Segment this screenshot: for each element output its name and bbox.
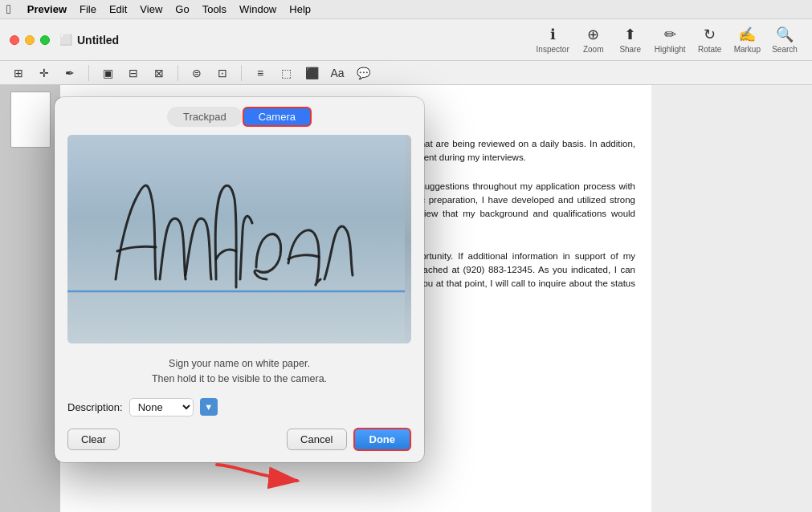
page-view[interactable]: ▣ [97, 64, 118, 82]
highlight-label: Highlight [655, 45, 686, 54]
font-tool[interactable]: Aa [327, 64, 348, 82]
menu-window[interactable]: Window [239, 3, 276, 15]
tab-camera[interactable]: Camera [243, 107, 312, 127]
border-tool[interactable]: ⬚ [275, 64, 296, 82]
rotate-icon: ↻ [704, 26, 716, 43]
description-label: Description: [67, 401, 123, 413]
search-button[interactable]: 🔍 Search [767, 24, 802, 55]
menu-go[interactable]: Go [175, 3, 189, 15]
camera-preview [67, 135, 411, 343]
close-button[interactable] [10, 35, 19, 45]
markup-label: Markup [734, 45, 761, 54]
search-icon: 🔍 [776, 26, 794, 43]
markup-icon: ✍ [738, 26, 756, 43]
rotate-button[interactable]: ↻ Rotate [692, 24, 728, 55]
separator1 [88, 65, 89, 81]
grid-view[interactable]: ⊠ [149, 64, 169, 82]
done-button[interactable]: Done [353, 428, 412, 451]
separator2 [177, 65, 178, 81]
description-row: Description: None ▼ [55, 395, 424, 423]
menu-help[interactable]: Help [289, 3, 311, 15]
cancel-button[interactable]: Cancel [287, 429, 346, 450]
share-label: Share [619, 45, 641, 54]
share-icon: ⬆ [624, 26, 636, 43]
inspector-button[interactable]: ℹ Inspector [532, 24, 574, 55]
minimize-button[interactable] [25, 35, 35, 45]
dialog-tabs: Trackpad Camera [55, 97, 424, 127]
menu-tools[interactable]: Tools [202, 3, 226, 15]
zoom-icon: ⊕ [587, 26, 599, 43]
adjust-tool[interactable]: ⊜ [186, 64, 207, 82]
traffic-lights [10, 35, 50, 45]
app-name[interactable]: Preview [27, 3, 67, 15]
instruction-line1: Sign your name on white paper. [67, 356, 411, 372]
markup-button[interactable]: ✍ Markup [729, 24, 765, 55]
signature-dialog: Trackpad Camera [55, 97, 424, 462]
inspector-label: Inspector [537, 45, 569, 54]
sidebar-toggle[interactable]: ⊟ [123, 64, 144, 82]
select-arrow-button[interactable]: ▼ [200, 398, 218, 416]
clear-button[interactable]: Clear [67, 429, 120, 450]
highlight-button[interactable]: ✏ Highlight [650, 24, 691, 55]
inspector-icon: ℹ [550, 26, 556, 43]
zoom-button[interactable]: ⊕ Zoom [576, 24, 611, 55]
menubar:  Preview File Edit View Go Tools Window… [0, 0, 812, 19]
menu-file[interactable]: File [80, 3, 96, 15]
menu-edit[interactable]: Edit [109, 3, 127, 15]
description-select[interactable]: None [129, 398, 194, 417]
titlebar: ⬜ Untitled ℹ Inspector ⊕ Zoom ⬆ Share ✏ … [0, 19, 812, 61]
main-content: U LETTER at the Marshall& Ilsley office … [0, 85, 812, 512]
pen-tool[interactable]: ✒ [59, 64, 80, 82]
document-title: Untitled [77, 34, 119, 47]
text-tool[interactable]: 💬 [353, 64, 373, 82]
select-tool[interactable]: ✛ [34, 64, 55, 82]
share-button[interactable]: ⬆ Share [613, 24, 648, 55]
toolbar2: ⊞ ✛ ✒ ▣ ⊟ ⊠ ⊜ ⊡ ≡ ⬚ ⬛ Aa 💬 [0, 61, 812, 85]
crop-tool[interactable]: ⊡ [212, 64, 233, 82]
maximize-button[interactable] [40, 35, 50, 45]
view-toggle[interactable]: ⊞ [8, 64, 29, 82]
instruction-line2: Then hold it to be visible to the camera… [67, 372, 411, 387]
rotate-label: Rotate [698, 45, 721, 54]
menu-view[interactable]: View [140, 3, 162, 15]
apple-menu[interactable]:  [6, 2, 11, 17]
tab-trackpad[interactable]: Trackpad [167, 107, 243, 127]
search-label: Search [772, 45, 798, 54]
zoom-label: Zoom [583, 45, 604, 54]
align-tool[interactable]: ≡ [250, 64, 271, 82]
dialog-buttons: Clear Cancel Done [55, 423, 424, 462]
signature-svg [67, 135, 405, 343]
color-tool[interactable]: ⬛ [301, 64, 322, 82]
instructions: Sign your name on white paper. Then hold… [55, 351, 424, 395]
dialog-overlay: Trackpad Camera [0, 85, 812, 512]
highlight-icon: ✏ [664, 26, 676, 43]
separator3 [241, 65, 242, 81]
